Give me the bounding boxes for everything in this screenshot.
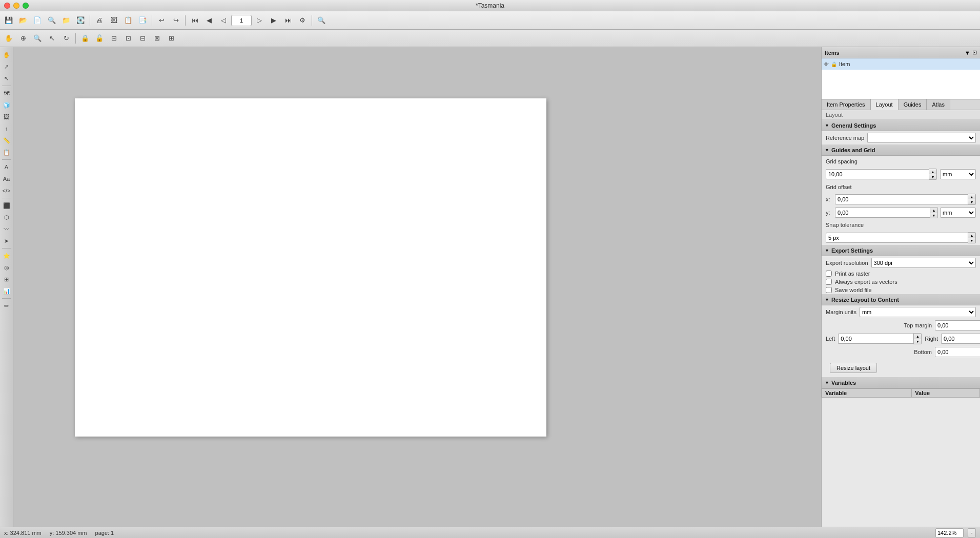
atlas-next2-button[interactable]: ▶ <box>267 14 280 27</box>
add-elevation-tool[interactable]: 📊 <box>1 285 12 297</box>
offset-y-down[interactable]: ▼ <box>930 213 937 218</box>
left-margin-input[interactable]: 0,00 <box>838 334 913 344</box>
add-image-tool[interactable]: 🖼 <box>1 111 12 122</box>
zoom-out-button[interactable]: - <box>968 528 976 537</box>
top-margin-input[interactable]: 0,00 <box>935 320 980 330</box>
export-settings-header[interactable]: ▼ Export Settings <box>822 245 980 256</box>
add-node-tool[interactable]: ◎ <box>1 262 12 273</box>
items-row[interactable]: 👁 🔒 Item <box>822 58 980 70</box>
tab-atlas[interactable]: Atlas <box>927 99 950 110</box>
add-label-tool[interactable]: A <box>1 161 12 173</box>
left-margin-down[interactable]: ▼ <box>914 339 921 344</box>
snap-tolerance-up[interactable]: ▲ <box>968 233 975 238</box>
grid-offset-unit-select[interactable]: mm <box>940 208 976 218</box>
add-text-tool[interactable]: Aa <box>1 173 12 184</box>
export-pdf-button[interactable]: 📋 <box>121 14 135 27</box>
undo-button[interactable]: ↩ <box>155 14 168 27</box>
new-button[interactable]: 💾 <box>2 14 15 27</box>
atlas-prev-button[interactable]: ◀ <box>202 14 216 27</box>
variables-header[interactable]: ▼ Variables <box>822 377 980 388</box>
close-button[interactable] <box>4 3 10 9</box>
guides-grid-header[interactable]: ▼ Guides and Grid <box>822 144 980 156</box>
add-marker-tool[interactable]: ⭐ <box>1 250 12 261</box>
distribute-button[interactable]: ⊠ <box>150 32 164 45</box>
select-move-button[interactable]: ✋ <box>2 32 15 45</box>
items-collapse-button[interactable]: ▼ <box>965 49 970 56</box>
pan-button[interactable]: ⊕ <box>16 32 30 45</box>
atlas-last-button[interactable]: ⏭ <box>281 14 295 27</box>
add-scalebar-tool[interactable]: 📏 <box>1 135 12 146</box>
canvas-area[interactable] <box>13 47 821 527</box>
grid-offset-y-input[interactable]: 0,00 <box>835 208 930 218</box>
resize-layout-button[interactable]: Resize layout <box>830 363 877 373</box>
align-button[interactable]: ⊟ <box>136 32 149 45</box>
select-all-button[interactable]: ⊡ <box>121 32 135 45</box>
atlas-back-button[interactable]: ◁ <box>217 14 230 27</box>
add-html-tool[interactable]: </> <box>1 185 12 196</box>
grid-spacing-unit-select[interactable]: mm <box>940 169 976 179</box>
add-3d-tool[interactable]: 🧊 <box>1 99 12 111</box>
tab-guides[interactable]: Guides <box>899 99 927 110</box>
print-button[interactable]: 🖨 <box>93 14 106 27</box>
snap-tolerance-down[interactable]: ▼ <box>968 238 975 243</box>
save-as-button[interactable]: 📄 <box>31 14 44 27</box>
atlas-next-button[interactable]: ▷ <box>253 14 266 27</box>
right-margin-input[interactable]: 0,00 <box>941 334 980 344</box>
atlas-first-button[interactable]: ⏮ <box>188 14 201 27</box>
export-image-button[interactable]: 🖼 <box>107 14 120 27</box>
group-button[interactable]: ⊞ <box>107 32 120 45</box>
select-tool[interactable]: ↗ <box>1 61 12 72</box>
window-controls[interactable] <box>4 3 29 9</box>
items-expand-button[interactable]: ⊡ <box>972 49 977 56</box>
grid-spacing-down[interactable]: ▼ <box>929 174 936 179</box>
grid-spacing-input[interactable]: 10,00 <box>826 169 929 179</box>
lock-button[interactable]: 🔒 <box>78 32 92 45</box>
pan-tool[interactable]: ✋ <box>1 49 12 60</box>
offset-y-up[interactable]: ▲ <box>930 208 937 213</box>
atlas-settings-button[interactable]: ⚙ <box>296 14 309 27</box>
bottom-margin-input[interactable]: 0,00 <box>935 347 980 357</box>
open-button[interactable]: 📂 <box>16 14 30 27</box>
left-margin-up[interactable]: ▲ <box>914 334 921 339</box>
redo-button[interactable]: ↪ <box>169 14 182 27</box>
edit-nodes-tool[interactable]: ✏ <box>1 300 12 312</box>
margin-units-select[interactable]: mm <box>860 307 976 317</box>
page-input[interactable]: 1 <box>231 15 252 26</box>
print-as-raster-checkbox[interactable] <box>826 271 832 277</box>
add-legend-tool[interactable]: 📋 <box>1 147 12 158</box>
save-world-file-checkbox[interactable] <box>826 287 832 293</box>
save-button[interactable]: 💽 <box>74 14 87 27</box>
grid-offset-x-input[interactable]: 0,00 <box>835 194 968 204</box>
snap-tolerance-input[interactable]: 5 px <box>826 233 968 243</box>
unlock-button[interactable]: 🔓 <box>93 32 106 45</box>
add-arrow-tool[interactable]: ➤ <box>1 235 12 246</box>
add-shape-tool[interactable]: ⬛ <box>1 200 12 211</box>
always-export-vectors-checkbox[interactable] <box>826 279 832 285</box>
resize-items-button[interactable]: ⊞ <box>165 32 178 45</box>
minimize-button[interactable] <box>13 3 19 9</box>
general-settings-header[interactable]: ▼ General Settings <box>822 120 980 131</box>
add-map-tool[interactable]: 🗺 <box>1 88 12 99</box>
grid-spacing-up[interactable]: ▲ <box>929 169 936 174</box>
select-button[interactable]: ↖ <box>45 32 58 45</box>
zoom-in-button[interactable]: 🔍 <box>31 32 44 45</box>
export-resolution-select[interactable]: 300 dpi <box>871 258 976 268</box>
find-button[interactable]: 🔍 <box>45 14 58 27</box>
move-item-tool[interactable]: ↖ <box>1 73 12 84</box>
tab-item-properties[interactable]: Item Properties <box>822 99 871 110</box>
resize-layout-header[interactable]: ▼ Resize Layout to Content <box>822 294 980 305</box>
offset-x-up[interactable]: ▲ <box>968 194 975 199</box>
maximize-button[interactable] <box>23 3 29 9</box>
add-polygon-tool[interactable]: ⬡ <box>1 212 12 223</box>
zoom-tool-button[interactable]: 🔍 <box>315 14 328 27</box>
add-table-tool[interactable]: ⊞ <box>1 274 12 285</box>
offset-x-down[interactable]: ▼ <box>968 199 975 204</box>
reference-map-select[interactable] <box>867 133 976 143</box>
add-north-arrow-tool[interactable]: ↑ <box>1 123 12 134</box>
add-polyline-tool[interactable]: 〰 <box>1 223 12 235</box>
export-pdf2-button[interactable]: 📑 <box>136 14 149 27</box>
zoom-input[interactable]: 142.2% <box>935 528 964 537</box>
refresh-button[interactable]: ↻ <box>59 32 73 45</box>
tab-layout[interactable]: Layout <box>871 99 899 110</box>
recent-button[interactable]: 📁 <box>59 14 73 27</box>
